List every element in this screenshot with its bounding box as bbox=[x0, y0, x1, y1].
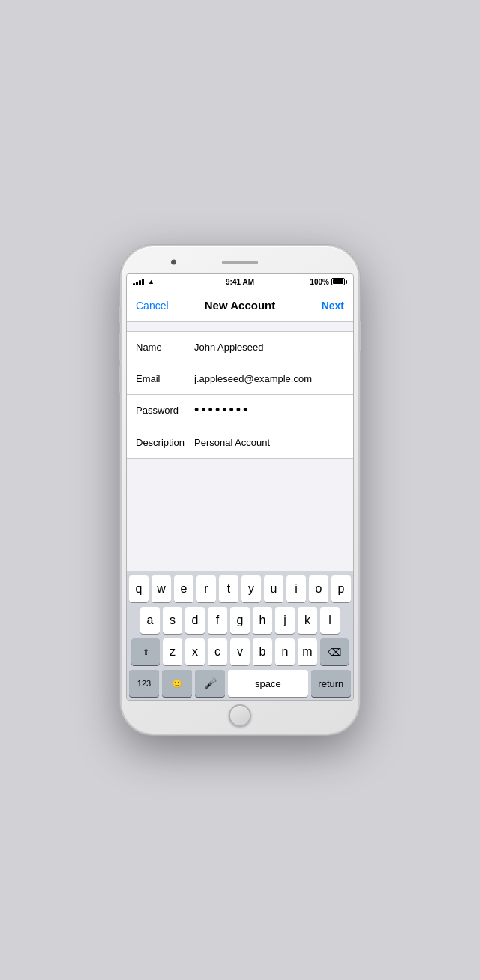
key-g[interactable]: g bbox=[230, 607, 250, 634]
screen: ▲ 9:41 AM 100% Cancel New Account Next bbox=[126, 273, 354, 701]
shift-key[interactable]: ⇧ bbox=[131, 638, 160, 665]
key-m[interactable]: m bbox=[298, 638, 317, 665]
key-w[interactable]: w bbox=[152, 575, 171, 602]
space-key[interactable]: space bbox=[228, 670, 308, 697]
key-s[interactable]: s bbox=[163, 607, 182, 634]
power-button bbox=[359, 321, 362, 351]
wifi-icon: ▲ bbox=[148, 278, 154, 285]
status-time: 9:41 AM bbox=[204, 278, 275, 286]
front-camera bbox=[171, 260, 176, 265]
keyboard-row-1: q w e r t y u i o p bbox=[129, 575, 351, 602]
number-key[interactable]: 123 bbox=[129, 670, 159, 697]
form-section: Name John Appleseed Email j.appleseed@ex… bbox=[127, 322, 353, 459]
key-p[interactable]: p bbox=[332, 575, 351, 602]
name-value[interactable]: John Appleseed bbox=[194, 342, 344, 353]
emoji-key[interactable]: 🙂 bbox=[162, 670, 192, 697]
signal-bar-2 bbox=[136, 282, 138, 285]
name-row[interactable]: Name John Appleseed bbox=[127, 332, 353, 363]
home-button[interactable] bbox=[229, 704, 251, 727]
status-left: ▲ bbox=[133, 278, 204, 285]
volume-up-button bbox=[118, 333, 121, 360]
email-label: Email bbox=[136, 373, 194, 384]
mic-key[interactable]: 🎤 bbox=[195, 670, 225, 697]
key-d[interactable]: d bbox=[185, 607, 205, 634]
key-e[interactable]: e bbox=[174, 575, 194, 602]
battery-icon bbox=[332, 278, 347, 285]
signal-bar-1 bbox=[133, 283, 135, 285]
key-q[interactable]: q bbox=[129, 575, 148, 602]
phone-top bbox=[128, 255, 352, 269]
speaker bbox=[222, 261, 258, 264]
key-b[interactable]: b bbox=[253, 638, 272, 665]
content-area bbox=[127, 459, 353, 571]
signal-bar-3 bbox=[139, 280, 141, 285]
email-row[interactable]: Email j.appleseed@example.com bbox=[127, 363, 353, 395]
key-a[interactable]: a bbox=[140, 607, 160, 634]
next-button[interactable]: Next bbox=[292, 300, 345, 312]
key-t[interactable]: t bbox=[219, 575, 238, 602]
key-y[interactable]: y bbox=[242, 575, 261, 602]
key-n[interactable]: n bbox=[275, 638, 295, 665]
page-title: New Account bbox=[188, 299, 292, 312]
status-right: 100% bbox=[276, 278, 347, 286]
volume-down-button bbox=[118, 366, 121, 393]
password-row[interactable]: Password •••••••• bbox=[127, 395, 353, 426]
key-c[interactable]: c bbox=[208, 638, 227, 665]
keyboard: q w e r t y u i o p a s d f g h j k bbox=[127, 571, 353, 700]
phone-device: ▲ 9:41 AM 100% Cancel New Account Next bbox=[120, 245, 360, 735]
nav-bar: Cancel New Account Next bbox=[127, 289, 353, 322]
status-bar: ▲ 9:41 AM 100% bbox=[127, 274, 353, 289]
name-label: Name bbox=[136, 342, 194, 353]
key-j[interactable]: j bbox=[275, 607, 295, 634]
keyboard-row-3: ⇧ z x c v b n m ⌫ bbox=[129, 638, 351, 665]
description-value[interactable]: Personal Account bbox=[194, 437, 344, 448]
cancel-button[interactable]: Cancel bbox=[136, 300, 188, 312]
key-r[interactable]: r bbox=[196, 575, 216, 602]
key-i[interactable]: i bbox=[286, 575, 306, 602]
password-label: Password bbox=[136, 405, 194, 416]
key-f[interactable]: f bbox=[208, 607, 227, 634]
delete-key[interactable]: ⌫ bbox=[320, 638, 349, 665]
mute-button bbox=[118, 306, 121, 323]
description-label: Description bbox=[136, 437, 194, 448]
key-k[interactable]: k bbox=[298, 607, 317, 634]
signal-bar-4 bbox=[142, 279, 144, 285]
phone-bottom bbox=[229, 705, 251, 726]
keyboard-row-4: 123 🙂 🎤 space return bbox=[129, 670, 351, 697]
key-z[interactable]: z bbox=[163, 638, 182, 665]
form-group: Name John Appleseed Email j.appleseed@ex… bbox=[127, 331, 353, 459]
signal-bars bbox=[133, 278, 144, 285]
password-value[interactable]: •••••••• bbox=[194, 402, 344, 418]
key-x[interactable]: x bbox=[185, 638, 205, 665]
key-l[interactable]: l bbox=[320, 607, 340, 634]
key-v[interactable]: v bbox=[230, 638, 250, 665]
key-u[interactable]: u bbox=[264, 575, 284, 602]
keyboard-row-2: a s d f g h j k l bbox=[129, 607, 351, 634]
return-key[interactable]: return bbox=[311, 670, 351, 697]
email-value[interactable]: j.appleseed@example.com bbox=[194, 373, 344, 384]
description-row[interactable]: Description Personal Account bbox=[127, 426, 353, 458]
key-o[interactable]: o bbox=[309, 575, 328, 602]
key-h[interactable]: h bbox=[253, 607, 272, 634]
battery-percent: 100% bbox=[310, 278, 329, 286]
